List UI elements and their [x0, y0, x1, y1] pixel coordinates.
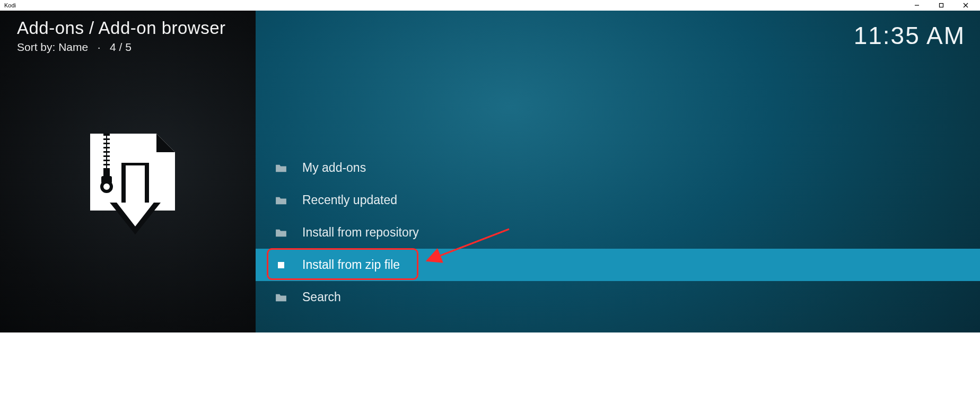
titlebar: Kodi	[0, 0, 980, 11]
svg-rect-12	[107, 148, 110, 151]
menu-item-my-add-ons[interactable]: My add-ons	[256, 152, 980, 184]
minimize-button[interactable]	[905, 0, 929, 11]
zip-install-icon	[77, 128, 183, 234]
file-icon	[275, 260, 287, 270]
svg-rect-6	[107, 136, 110, 138]
menu-item-label: My add-ons	[302, 161, 366, 175]
svg-rect-19	[103, 165, 106, 168]
breadcrumb: Add-ons / Add-on browser	[17, 18, 226, 38]
svg-rect-7	[103, 140, 106, 143]
maximize-button[interactable]	[929, 0, 953, 11]
svg-rect-18	[107, 161, 110, 164]
bottom-blank-area	[0, 332, 980, 394]
sort-info: Sort by: Name · 4 / 5	[17, 41, 132, 54]
svg-rect-11	[103, 148, 106, 151]
menu-item-label: Install from zip file	[302, 258, 400, 272]
menu-item-label: Install from repository	[302, 225, 419, 240]
window-controls	[905, 0, 978, 11]
svg-rect-5	[103, 136, 106, 138]
svg-rect-8	[107, 140, 110, 143]
menu-item-install-from-zip-file[interactable]: Install from zip file	[256, 249, 980, 281]
sort-separator: ·	[91, 41, 107, 53]
svg-rect-17	[103, 161, 106, 164]
svg-rect-20	[107, 165, 110, 168]
position-counter: 4 / 5	[110, 41, 132, 53]
close-button[interactable]	[953, 0, 978, 11]
svg-rect-16	[107, 157, 110, 160]
svg-rect-10	[107, 144, 110, 147]
menu-item-install-from-repository[interactable]: Install from repository	[256, 216, 980, 249]
svg-rect-1	[940, 4, 943, 7]
menu-item-label: Search	[302, 290, 341, 304]
menu-item-search[interactable]: Search	[256, 281, 980, 313]
folder-icon	[275, 227, 287, 238]
svg-rect-14	[107, 153, 110, 155]
folder-icon	[275, 163, 287, 173]
folder-icon	[275, 292, 287, 303]
addon-browser-menu: My add-onsRecently updatedInstall from r…	[256, 152, 980, 313]
clock: 11:35 AM	[854, 21, 965, 50]
svg-rect-24	[126, 165, 145, 205]
sort-label: Sort by: Name	[17, 41, 88, 53]
app-frame: Add-ons / Add-on browser Sort by: Name ·…	[0, 11, 980, 394]
folder-icon	[275, 195, 287, 206]
svg-rect-15	[103, 157, 106, 160]
menu-item-label: Recently updated	[302, 193, 397, 207]
svg-rect-13	[103, 153, 106, 155]
menu-item-recently-updated[interactable]: Recently updated	[256, 184, 980, 216]
window-title: Kodi	[4, 2, 16, 8]
svg-rect-9	[103, 144, 106, 147]
